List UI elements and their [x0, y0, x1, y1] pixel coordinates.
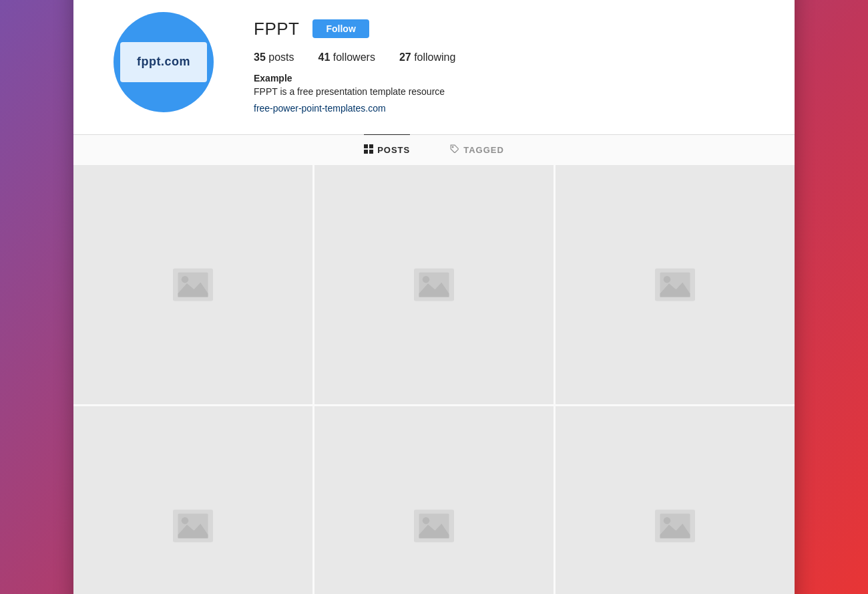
- tabs-section: POSTS TAGGED: [73, 134, 795, 165]
- image-placeholder-icon: [173, 268, 213, 301]
- image-placeholder-icon: [655, 509, 695, 543]
- profile-username: FPPT: [254, 19, 299, 39]
- followers-stat: 41 followers: [318, 51, 375, 63]
- grid-item-3[interactable]: [556, 165, 795, 404]
- tab-posts-label: POSTS: [377, 145, 410, 155]
- avatar-wrap: fppt.com: [114, 12, 214, 112]
- svg-rect-5: [364, 150, 368, 154]
- image-placeholder-icon: [414, 268, 454, 301]
- main-content: fppt.com FPPT Follow 35 posts 41 fol: [73, 0, 795, 594]
- svg-point-14: [423, 275, 430, 283]
- profile-info: FPPT Follow 35 posts 41 followers 27 fol…: [254, 12, 754, 114]
- following-label: following: [414, 51, 455, 63]
- svg-point-26: [423, 516, 430, 524]
- svg-point-7: [452, 146, 453, 148]
- profile-link[interactable]: free-power-point-templates.com: [254, 103, 386, 114]
- avatar-inner: fppt.com: [120, 42, 207, 82]
- svg-point-10: [182, 275, 189, 283]
- posts-stat: 35 posts: [254, 51, 294, 63]
- followers-label: followers: [333, 51, 375, 63]
- following-count: 27: [399, 51, 411, 63]
- grid-item-6[interactable]: [556, 406, 795, 595]
- svg-rect-3: [364, 144, 368, 148]
- following-stat: 27 following: [399, 51, 456, 63]
- svg-point-18: [664, 275, 671, 283]
- svg-rect-4: [369, 144, 373, 148]
- avatar-text: fppt.com: [137, 55, 190, 69]
- grid-icon: [364, 144, 373, 156]
- svg-point-30: [664, 516, 671, 524]
- profile-section: fppt.com FPPT Follow 35 posts 41 fol: [73, 0, 795, 134]
- posts-count: 35: [254, 51, 266, 63]
- grid-item-2[interactable]: [314, 165, 554, 404]
- tab-posts[interactable]: POSTS: [364, 134, 410, 165]
- image-placeholder-icon: [173, 509, 213, 543]
- posts-label: posts: [268, 51, 294, 63]
- grid-item-5[interactable]: [314, 406, 554, 595]
- tag-icon: [450, 144, 459, 156]
- profile-stats: 35 posts 41 followers 27 following: [254, 51, 754, 63]
- browser-window: Instagram 🔍 Log In Sign Up fppt.com: [73, 0, 795, 594]
- tab-tagged[interactable]: TAGGED: [450, 134, 504, 165]
- profile-top-row: FPPT Follow: [254, 19, 754, 39]
- grid-item-4[interactable]: [73, 406, 312, 595]
- avatar: fppt.com: [114, 12, 214, 112]
- followers-count: 41: [318, 51, 331, 63]
- image-placeholder-icon: [655, 268, 695, 301]
- profile-display-name: Example: [254, 73, 754, 84]
- posts-grid: [73, 165, 795, 595]
- svg-rect-6: [369, 150, 373, 154]
- profile-bio: FPPT is a free presentation template res…: [254, 86, 754, 97]
- image-placeholder-icon: [414, 509, 454, 543]
- tab-tagged-label: TAGGED: [463, 145, 504, 155]
- grid-item-1[interactable]: [73, 165, 312, 404]
- follow-button[interactable]: Follow: [312, 19, 369, 38]
- svg-point-22: [182, 516, 189, 524]
